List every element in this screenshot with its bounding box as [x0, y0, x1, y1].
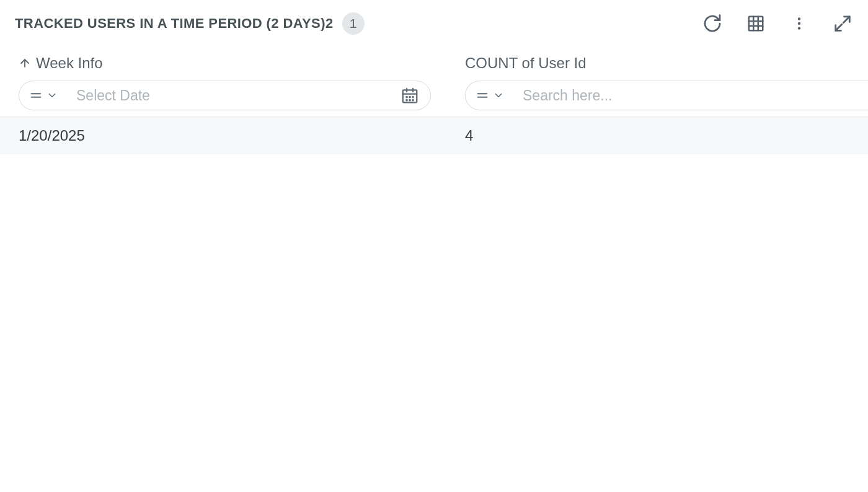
fullscreen-button[interactable] — [832, 13, 853, 34]
chevron-down-icon — [46, 90, 58, 101]
record-count-badge: 1 — [342, 12, 365, 35]
svg-point-19 — [412, 97, 414, 98]
filter-pill-week-info — [19, 81, 431, 110]
equals-icon — [29, 89, 43, 102]
svg-point-7 — [798, 27, 800, 29]
data-table: 1/20/2025 4 — [0, 117, 868, 154]
panel-header: TRACKED USERS IN A TIME PERIOD (2 DAYS)2… — [0, 0, 868, 46]
count-filter-input[interactable] — [519, 87, 868, 104]
svg-rect-0 — [749, 17, 763, 31]
equals-icon — [476, 89, 489, 102]
chevron-down-icon — [493, 90, 504, 101]
refresh-button[interactable] — [702, 13, 723, 34]
svg-point-18 — [409, 97, 410, 98]
svg-point-22 — [412, 100, 414, 101]
table-row[interactable]: 1/20/2025 4 — [0, 117, 868, 154]
table-icon — [746, 14, 765, 33]
sort-asc-icon — [19, 57, 31, 69]
calendar-icon — [401, 86, 419, 105]
cell-week-info: 1/20/2025 — [0, 127, 446, 144]
more-options-button[interactable] — [789, 13, 810, 34]
columns-header-row: Week Info — [0, 46, 868, 116]
refresh-icon — [702, 14, 722, 33]
svg-line-8 — [843, 17, 849, 23]
column-label-text: COUNT of User Id — [465, 55, 587, 72]
header-actions — [702, 13, 853, 34]
header-left: TRACKED USERS IN A TIME PERIOD (2 DAYS)2… — [15, 12, 365, 35]
svg-point-20 — [406, 100, 407, 101]
svg-point-21 — [409, 100, 410, 101]
panel-title: TRACKED USERS IN A TIME PERIOD (2 DAYS)2 — [15, 15, 334, 32]
svg-point-6 — [798, 22, 800, 25]
calendar-picker-button[interactable] — [401, 86, 419, 105]
more-vertical-icon — [791, 14, 807, 33]
fullscreen-icon — [833, 14, 852, 33]
cell-count-user-id: 4 — [446, 127, 868, 144]
filter-pill-count-user-id — [465, 81, 868, 110]
svg-point-5 — [798, 17, 800, 20]
column-label-week-info[interactable]: Week Info — [19, 55, 446, 72]
date-filter-input[interactable] — [73, 87, 393, 104]
column-label-count-user-id[interactable]: COUNT of User Id — [465, 55, 868, 72]
column-header-week-info[interactable]: Week Info — [0, 55, 446, 110]
column-header-count-user-id[interactable]: COUNT of User Id — [446, 55, 868, 110]
svg-line-9 — [836, 24, 842, 30]
table-view-button[interactable] — [745, 13, 766, 34]
filter-operator-button[interactable] — [476, 89, 512, 102]
filter-operator-button[interactable] — [29, 89, 65, 102]
svg-point-17 — [406, 97, 407, 98]
column-label-text: Week Info — [36, 55, 103, 72]
